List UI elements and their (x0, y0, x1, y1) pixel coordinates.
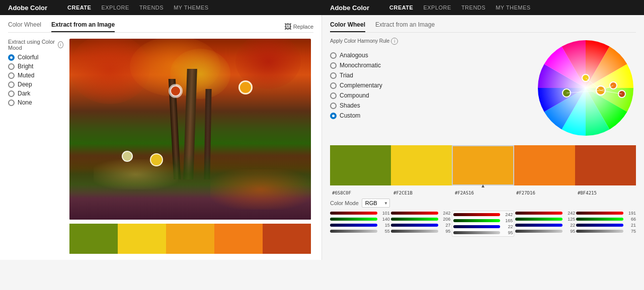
nav-explore-left[interactable]: EXPLORE (101, 5, 129, 11)
g-value-3: 125 (564, 217, 575, 222)
swatch-3[interactable] (214, 224, 263, 254)
replace-button[interactable]: Replace (293, 24, 313, 30)
autumn-image[interactable] (69, 39, 311, 220)
swatch-0[interactable] (69, 224, 118, 254)
swatch-1[interactable] (118, 224, 166, 254)
mood-deep[interactable]: Deep (8, 81, 63, 88)
harmony-shades[interactable]: Shades (330, 102, 398, 109)
radio-deep[interactable] (8, 81, 15, 88)
radio-none[interactable] (8, 100, 15, 106)
hex-code-0: #6S8C0F (330, 190, 390, 196)
palette-swatch-0[interactable] (330, 145, 391, 185)
rgb-sliders-container: 101 140 15 55 (330, 211, 636, 237)
hex-code-4: #BF4215 (576, 190, 636, 196)
picker-dot-4[interactable] (150, 153, 163, 166)
g-value-1: 206 (440, 217, 451, 222)
mood-options-list: Colorful Bright Muted Deep (8, 54, 63, 106)
harmony-label: Apply Color Harmony Rule (330, 38, 389, 44)
nav-trends-left[interactable]: TRENDS (139, 5, 164, 11)
nav-mythemes-left[interactable]: MY THEMES (174, 5, 209, 11)
radio-colorful[interactable] (8, 54, 15, 61)
g-track-0[interactable] (330, 218, 377, 221)
r-track-4[interactable] (576, 212, 623, 215)
color-mode-label: Color Mode (330, 200, 359, 206)
mood-dark[interactable]: Dark (8, 90, 63, 97)
b-value-3: 22 (564, 223, 575, 228)
palette-swatch-3[interactable] (514, 145, 575, 185)
harmony-monochromatic[interactable]: Monochromatic (330, 62, 398, 69)
g-track-2[interactable] (453, 219, 501, 222)
extracted-swatches (69, 224, 311, 254)
a-track-3[interactable] (515, 230, 562, 233)
tab-color-wheel-right[interactable]: Color Wheel (330, 21, 365, 32)
harmony-triad[interactable]: Triad (330, 72, 398, 79)
b-track-2[interactable] (453, 225, 501, 228)
swatch-2[interactable] (166, 224, 214, 254)
palette-swatch-4[interactable] (575, 145, 636, 185)
a-track-0[interactable] (330, 230, 377, 233)
nav-create-right[interactable]: CREATE (389, 5, 413, 11)
a-track-1[interactable] (391, 230, 438, 233)
tab-color-wheel-left[interactable]: Color Wheel (8, 21, 41, 32)
radio-bright[interactable] (8, 63, 15, 70)
harmony-custom[interactable]: Custom (330, 112, 398, 119)
mood-none[interactable]: None (8, 99, 63, 106)
color-mode-select[interactable]: RGB HSB CMYK Lab Hex (362, 199, 390, 208)
color-wheel[interactable] (535, 38, 636, 138)
mood-bright[interactable]: Bright (8, 63, 63, 70)
radio-monochromatic[interactable] (330, 62, 337, 69)
g-track-1[interactable] (391, 218, 438, 221)
swatch-4[interactable] (263, 224, 311, 254)
hex-code-2: #F2AS16 (453, 190, 513, 196)
picker-dot-3[interactable] (122, 151, 133, 162)
tab-extract-left[interactable]: Extract from an Image (51, 21, 115, 32)
radio-analogous[interactable] (330, 52, 337, 59)
r-track-1[interactable] (391, 212, 438, 215)
b-track-3[interactable] (515, 224, 562, 227)
radio-triad[interactable] (330, 72, 337, 79)
info-icon[interactable]: i (58, 41, 63, 48)
radio-shades[interactable] (330, 103, 337, 109)
mood-muted[interactable]: Muted (8, 72, 63, 79)
g-track-3[interactable] (515, 218, 562, 221)
b-value-2: 22 (502, 224, 513, 229)
palette-swatch-1[interactable] (391, 145, 452, 185)
slider-col-2: 242 165 22 95 (452, 211, 515, 237)
b-track-4[interactable] (576, 224, 623, 227)
b-value-4: 21 (625, 223, 636, 228)
image-icon: 🖼 (284, 23, 291, 31)
picker-dot-1[interactable] (170, 85, 181, 96)
palette-swatch-2[interactable]: ▲ (452, 145, 515, 185)
b-track-0[interactable] (330, 224, 377, 227)
slider-col-4: 191 66 21 75 (576, 211, 636, 237)
radio-custom[interactable] (330, 113, 337, 119)
tab-extract-right[interactable]: Extract from an Image (375, 21, 435, 32)
picker-dot-2[interactable] (238, 80, 253, 94)
harmony-info-icon[interactable]: i (391, 38, 398, 45)
harmony-complementary[interactable]: Complementary (330, 82, 398, 89)
r-track-0[interactable] (330, 212, 377, 215)
nav-trends-right[interactable]: TRENDS (461, 5, 486, 11)
r-value-4: 191 (625, 211, 636, 216)
radio-dark[interactable] (8, 90, 15, 97)
r-value-0: 101 (379, 211, 390, 216)
color-mode-wrapper[interactable]: RGB HSB CMYK Lab Hex ▼ (362, 199, 390, 208)
radio-compound[interactable] (330, 92, 337, 99)
r-track-2[interactable] (453, 213, 501, 216)
b-value-1: 27 (440, 223, 451, 228)
mood-colorful[interactable]: Colorful (8, 54, 63, 61)
nav-explore-right[interactable]: EXPLORE (423, 5, 451, 11)
radio-complementary[interactable] (330, 82, 337, 89)
g-track-4[interactable] (576, 218, 623, 221)
nav-mythemes-right[interactable]: MY THEMES (496, 5, 531, 11)
radio-muted[interactable] (8, 72, 15, 79)
nav-create-left[interactable]: CREATE (67, 5, 91, 11)
a-track-4[interactable] (576, 230, 623, 233)
r-track-3[interactable] (515, 212, 562, 215)
harmony-compound[interactable]: Compound (330, 92, 398, 99)
a-track-2[interactable] (453, 231, 501, 234)
extract-label: Extract using Color Mood (8, 39, 56, 51)
a-value-3: 95 (564, 229, 575, 234)
harmony-analogous[interactable]: Analogous (330, 52, 398, 59)
b-track-1[interactable] (391, 224, 438, 227)
